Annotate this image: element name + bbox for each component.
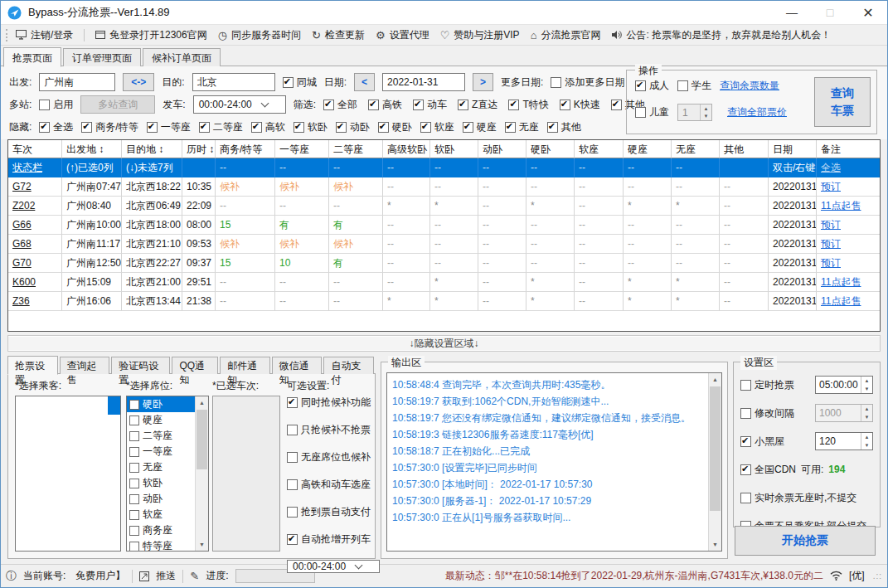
table-row[interactable]: Z36广州16:06北京西13:4421:38------**--*--**--… — [8, 292, 880, 311]
table-row[interactable]: Z202广州08:40北京西06:4922:09------**--*--**-… — [8, 197, 880, 216]
grab-tab-3[interactable]: QQ通知 — [172, 357, 218, 374]
table-row[interactable]: G70广州南12:50北京西22:2709:371510有-----------… — [8, 254, 880, 273]
output-log[interactable]: ▲ ▼ 10:58:48:4 查询完毕，本次查询共用时:435毫秒。10:58:… — [386, 372, 722, 552]
multi-query-button[interactable]: 多站查询 — [80, 95, 155, 114]
filter-checkbox[interactable]: 高铁 — [368, 98, 402, 112]
seat-item[interactable]: 二等座 — [127, 428, 195, 444]
seat-item[interactable]: 商务座 — [127, 522, 195, 538]
table-header-cell[interactable]: 硬座 — [624, 140, 672, 158]
table-cell-link[interactable]: 11点起售 — [817, 197, 880, 216]
timed-grab-checkbox[interactable]: 定时抢票 — [740, 378, 794, 392]
seat-item[interactable]: 特等座 — [127, 538, 195, 552]
close-button[interactable]: ✕ — [849, 1, 887, 24]
depart-input[interactable]: 广州南 — [39, 73, 115, 91]
grab-tab-0[interactable]: 抢票设置 — [7, 356, 58, 375]
hide-checkbox[interactable]: 硬座 — [463, 120, 497, 134]
toolbar-item[interactable]: ⚙设置代理 — [376, 28, 429, 42]
table-header-cell[interactable]: 备注 — [817, 140, 880, 158]
toolbar-drag-handle[interactable] — [6, 29, 8, 41]
seat-item[interactable]: 无座 — [127, 459, 195, 475]
toolbar-item[interactable]: 免登录打开12306官网 — [95, 28, 206, 42]
seat-list-scrollbar[interactable]: ▲ ▼ — [195, 396, 208, 551]
table-header-cell[interactable]: 软座 — [575, 140, 624, 158]
filter-checkbox[interactable]: 动车 — [413, 98, 447, 112]
student-checkbox[interactable]: 学生 — [677, 79, 711, 93]
table-header-cell[interactable]: 高级软卧 — [383, 140, 430, 158]
hide-checkbox[interactable]: 硬卧 — [378, 120, 412, 134]
table-cell-link[interactable]: 预订 — [817, 254, 880, 273]
table-cell-link[interactable]: 11点起售 — [817, 273, 880, 292]
seat-item[interactable]: 软座 — [127, 507, 195, 522]
table-row[interactable]: 状态栏(↑)已选0列(↓)未选7列--------------------双击/… — [8, 158, 880, 177]
same-city-checkbox[interactable]: 同城 — [283, 75, 317, 90]
option-checkbox[interactable]: 高铁和动车选座 — [287, 478, 371, 492]
grab-tab-5[interactable]: 微信通知 — [272, 357, 323, 374]
query-price-link[interactable]: 查询全部票价 — [727, 105, 787, 119]
cdn-checkbox[interactable]: 全国CDN — [740, 463, 796, 477]
output-scrollbar[interactable]: ▲ ▼ — [708, 373, 721, 551]
adult-checkbox[interactable]: 成人 — [635, 79, 669, 93]
child-checkbox[interactable]: 儿童 — [635, 105, 669, 119]
selected-trains-box[interactable] — [212, 396, 280, 552]
hide-checkbox[interactable]: 动卧 — [336, 120, 370, 134]
table-cell-link[interactable]: 预订 — [817, 177, 880, 197]
table-cell-link[interactable]: 全选 — [817, 158, 880, 177]
table-cell-link[interactable]: 预订 — [817, 235, 880, 254]
grab-tab-1[interactable]: 查询起售 — [60, 357, 110, 374]
scrollbar-thumb[interactable] — [710, 386, 721, 511]
grab-tab-2[interactable]: 验证码设置 — [111, 357, 170, 374]
option-checkbox[interactable]: 自动抢增开列车 — [287, 532, 371, 547]
table-cell-link[interactable]: Z36 — [8, 292, 62, 311]
table-cell-link[interactable]: K600 — [8, 273, 62, 292]
table-header-cell[interactable]: 动卧 — [478, 140, 526, 158]
hide-checkbox[interactable]: 软座 — [420, 120, 454, 134]
table-header-cell[interactable]: 历时 ↕ — [182, 140, 216, 158]
hide-checkbox[interactable]: 一等座 — [147, 120, 191, 134]
filter-checkbox[interactable]: T特快 — [508, 98, 548, 112]
seat-item[interactable]: 动卧 — [127, 491, 195, 507]
table-header-cell[interactable]: 硬卧 — [526, 140, 575, 158]
table-row[interactable]: G68广州南11:17北京西21:1009:53候补候补候补----------… — [8, 235, 880, 254]
page-tab-1[interactable]: 订单管理页面 — [63, 48, 141, 66]
table-row[interactable]: G72广州南07:47北京西18:2210:35候补候补候补----------… — [8, 177, 880, 197]
scroll-up-icon[interactable]: ▲ — [196, 396, 208, 409]
table-header-cell[interactable]: 软卧 — [430, 140, 478, 158]
seat-item[interactable]: 一等座 — [127, 444, 195, 459]
seat-list[interactable]: ▲ ▼ 硬卧硬座二等座一等座无座软卧动卧软座商务座特等座 — [126, 396, 209, 552]
toolbar-item[interactable]: 公告: 抢票靠的是坚持，放弃就是给别人机会！ — [611, 28, 831, 42]
table-header-cell[interactable]: 一等座 — [275, 140, 329, 158]
table-header-cell[interactable]: 出发地 ↕ — [62, 140, 122, 158]
multi-enable-checkbox[interactable]: 启用 — [39, 98, 73, 112]
grab-tab-4[interactable]: 邮件通知 — [220, 357, 270, 374]
hide-settings-divider[interactable]: ↓隐藏设置区域↓ — [7, 335, 881, 352]
page-tab-0[interactable]: 抢票页面 — [3, 47, 61, 67]
table-cell-link[interactable]: G72 — [8, 177, 62, 197]
passenger-list-scrollbar[interactable] — [108, 396, 120, 415]
seat-item[interactable]: 硬座 — [127, 412, 195, 428]
query-tickets-button[interactable]: 查询 车票 — [814, 77, 871, 127]
toolbar-item[interactable]: ↻检查更新 — [312, 28, 365, 42]
add-more-dates-checkbox[interactable]: 添加更多日期 — [551, 75, 624, 90]
spinner-arrows-icon[interactable]: ▲▼ — [861, 377, 872, 393]
table-header-cell[interactable]: 二等座 — [329, 140, 383, 158]
hide-checkbox[interactable]: 高软 — [251, 120, 285, 134]
option-time-select[interactable]: 00:00-24:00 — [287, 560, 380, 573]
table-cell-link[interactable]: 预订 — [817, 216, 880, 235]
scroll-down-icon[interactable]: ▼ — [709, 538, 721, 551]
minimize-button[interactable]: — — [773, 1, 811, 24]
seat-item[interactable]: 软卧 — [127, 475, 195, 491]
hide-checkbox[interactable]: 软卧 — [294, 120, 328, 134]
table-cell-link[interactable]: 11点起售 — [817, 292, 880, 311]
interval-spinner[interactable]: 1000▲▼ — [815, 404, 873, 422]
prev-date-button[interactable]: < — [354, 73, 375, 91]
table-header-cell[interactable]: 商务/特等 — [216, 140, 275, 158]
table-cell-link[interactable]: G66 — [8, 216, 62, 235]
hide-checkbox[interactable]: 二等座 — [199, 120, 243, 134]
table-cell-link[interactable]: G70 — [8, 254, 62, 273]
spinner-arrows-icon[interactable]: ▲▼ — [861, 433, 872, 450]
option-checkbox[interactable]: 只抢候补不抢票 — [287, 423, 371, 437]
spinner-arrows-icon[interactable]: ▲▼ — [700, 104, 711, 120]
filter-checkbox[interactable]: Z直达 — [458, 98, 497, 112]
toolbar-item[interactable]: ⌂分流抢票官网 — [531, 28, 601, 42]
option-checkbox[interactable]: 无座席位也候补 — [287, 450, 371, 464]
